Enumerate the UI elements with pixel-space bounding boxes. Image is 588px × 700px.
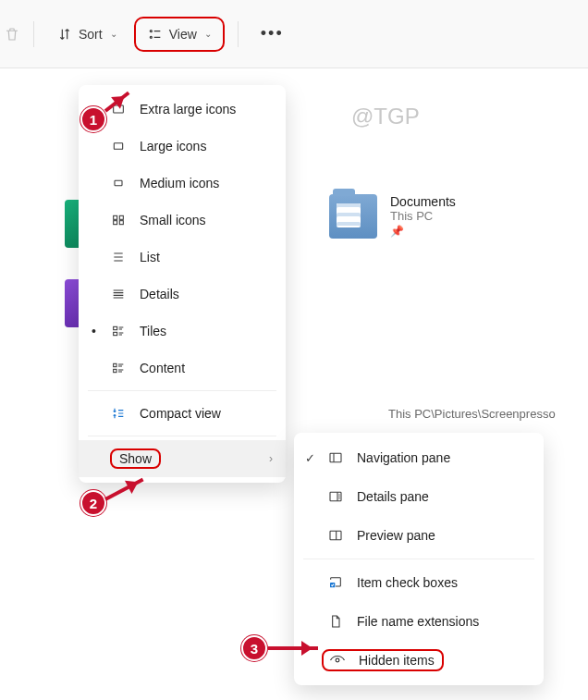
sort-label: Sort bbox=[79, 27, 103, 42]
svg-rect-7 bbox=[114, 221, 117, 225]
menu-item-large-icons[interactable]: Large icons bbox=[79, 128, 286, 165]
menu-item-medium-icons[interactable]: Medium icons bbox=[79, 165, 286, 202]
svg-rect-3 bbox=[114, 143, 122, 150]
menu-item-label: Tiles bbox=[140, 324, 166, 338]
svg-rect-10 bbox=[114, 332, 117, 335]
watermark: @TGP bbox=[351, 104, 420, 129]
menu-item-label: Small icons bbox=[140, 213, 206, 227]
submenu-item-details-pane[interactable]: Details pane bbox=[294, 477, 544, 516]
path-label: This PC\Pictures\Screenpresso bbox=[388, 407, 556, 421]
more-button[interactable]: ••• bbox=[251, 20, 293, 47]
submenu-item-hidden-items[interactable]: Hidden items bbox=[294, 641, 544, 680]
chevron-right-icon: › bbox=[269, 452, 273, 465]
svg-point-1 bbox=[150, 36, 152, 38]
medium-icons-icon bbox=[110, 175, 127, 191]
menu-item-label: Content bbox=[140, 361, 185, 375]
annotation-badge-2: 2 bbox=[80, 490, 106, 516]
menu-item-label: Medium icons bbox=[140, 176, 219, 190]
menu-item-label: List bbox=[140, 250, 160, 264]
svg-point-17 bbox=[336, 658, 339, 662]
toolbar: Sort ⌄ View ⌄ ••• bbox=[0, 0, 588, 68]
submenu-item-label: Hidden items bbox=[359, 653, 435, 668]
menu-item-label: Compact view bbox=[140, 406, 221, 421]
annotation-badge-3: 3 bbox=[241, 635, 267, 661]
large-icons-icon bbox=[110, 138, 127, 154]
annotation-badge-1: 1 bbox=[80, 106, 106, 132]
annotation-highlight-view: View ⌄ bbox=[134, 17, 225, 52]
hidden-items-icon bbox=[329, 652, 346, 669]
svg-rect-13 bbox=[330, 453, 341, 461]
menu-item-details[interactable]: Details bbox=[79, 276, 286, 313]
documents-tile[interactable]: Documents This PC 📌 bbox=[329, 194, 456, 239]
sort-button[interactable]: Sort ⌄ bbox=[47, 20, 127, 48]
pin-icon: 📌 bbox=[390, 225, 456, 238]
menu-item-content[interactable]: Content bbox=[79, 350, 286, 387]
view-button[interactable]: View ⌄ bbox=[138, 20, 221, 48]
view-icon bbox=[147, 26, 164, 43]
submenu-item-preview-pane[interactable]: Preview pane bbox=[294, 516, 544, 555]
submenu-item-label: Item check boxes bbox=[357, 575, 458, 590]
documents-folder-icon bbox=[329, 194, 377, 239]
svg-rect-6 bbox=[119, 215, 123, 219]
chevron-down-icon: ⌄ bbox=[204, 29, 212, 39]
compact-view-icon bbox=[110, 405, 127, 422]
chevron-down-icon: ⌄ bbox=[110, 29, 117, 39]
toolbar-separator bbox=[238, 21, 239, 47]
preview-pane-icon bbox=[327, 527, 344, 544]
view-label: View bbox=[169, 27, 197, 42]
menu-separator bbox=[88, 436, 276, 436]
svg-rect-5 bbox=[114, 215, 117, 219]
file-extensions-icon bbox=[327, 613, 344, 630]
sort-icon bbox=[56, 26, 73, 43]
details-icon bbox=[110, 286, 127, 302]
submenu-item-label: Preview pane bbox=[357, 528, 435, 543]
submenu-item-navigation-pane[interactable]: Navigation pane bbox=[294, 438, 544, 477]
menu-item-small-icons[interactable]: Small icons bbox=[79, 202, 286, 239]
annotation-arrow-3 bbox=[268, 646, 318, 650]
svg-rect-12 bbox=[114, 369, 116, 372]
navigation-pane-icon bbox=[327, 449, 344, 466]
view-dropdown-menu: Extra large icons Large icons Medium ico… bbox=[79, 85, 286, 483]
menu-item-label: Details bbox=[140, 287, 179, 301]
menu-item-show[interactable]: Show › bbox=[79, 440, 286, 477]
menu-separator bbox=[88, 390, 276, 391]
documents-subtitle: This PC bbox=[390, 209, 456, 223]
tiles-icon bbox=[110, 323, 127, 339]
annotation-highlight-show: Show bbox=[110, 448, 161, 469]
menu-item-label: Large icons bbox=[140, 139, 206, 154]
svg-rect-15 bbox=[330, 531, 341, 539]
menu-item-compact-view[interactable]: Compact view bbox=[79, 395, 286, 432]
menu-item-list[interactable]: List bbox=[79, 239, 286, 276]
small-icons-icon bbox=[110, 212, 127, 228]
submenu-item-check-boxes[interactable]: Item check boxes bbox=[294, 563, 544, 602]
documents-title: Documents bbox=[390, 194, 456, 209]
item-check-boxes-icon bbox=[327, 574, 344, 591]
list-icon bbox=[110, 249, 127, 265]
menu-item-label: Show bbox=[119, 451, 152, 466]
content-icon bbox=[110, 360, 127, 376]
submenu-item-label: Navigation pane bbox=[357, 450, 450, 465]
submenu-item-label: Details pane bbox=[357, 489, 429, 504]
toolbar-separator bbox=[33, 21, 34, 47]
show-submenu: Navigation pane Details pane Preview pan… bbox=[294, 433, 544, 685]
menu-item-label: Extra large icons bbox=[140, 102, 236, 117]
svg-point-0 bbox=[150, 30, 152, 31]
documents-meta: Documents This PC 📌 bbox=[390, 194, 456, 238]
menu-separator bbox=[303, 559, 534, 559]
svg-rect-4 bbox=[115, 180, 122, 185]
menu-item-tiles[interactable]: Tiles bbox=[79, 313, 286, 350]
svg-rect-9 bbox=[114, 326, 117, 329]
details-pane-icon bbox=[327, 488, 344, 505]
svg-rect-8 bbox=[119, 221, 123, 225]
delete-icon[interactable] bbox=[4, 26, 20, 43]
annotation-highlight-hidden-items: Hidden items bbox=[322, 649, 444, 671]
submenu-item-label: File name extensions bbox=[357, 614, 479, 629]
submenu-item-file-name-extensions[interactable]: File name extensions bbox=[294, 602, 544, 641]
svg-rect-11 bbox=[114, 363, 116, 366]
